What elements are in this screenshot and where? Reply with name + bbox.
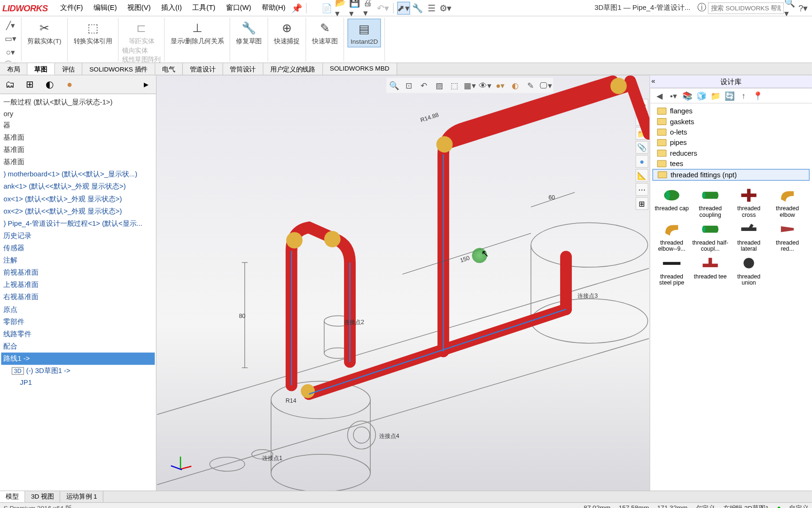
tree-item[interactable]: 路线1 -> — [1, 353, 155, 365]
tree-item[interactable]: 线路零件 — [1, 328, 155, 340]
menu-window[interactable]: 窗口(W) — [220, 1, 256, 15]
config-icon[interactable]: ⊞ — [22, 77, 37, 92]
tab-电气[interactable]: 电气 — [155, 63, 182, 75]
part-threaded-coupling[interactable]: threaded coupling — [692, 187, 728, 218]
menu-edit[interactable]: 编辑(E) — [88, 1, 122, 15]
tree-item[interactable]: 传感器 — [1, 242, 155, 254]
bottom-tab-模型[interactable]: 模型 — [0, 491, 25, 502]
folder-o-lets[interactable]: o-lets — [652, 127, 809, 137]
instant2d-button[interactable]: ▤Instant2D — [348, 19, 381, 48]
part-threaded-elbow--9...[interactable]: threaded elbow--9... — [654, 221, 690, 252]
folder-tees[interactable]: tees — [652, 159, 809, 169]
tree-item[interactable]: 配合 — [1, 340, 155, 352]
tree-item[interactable]: 基准面 — [1, 156, 155, 168]
part-threaded-red...[interactable]: threaded red... — [769, 221, 805, 252]
pin2-icon[interactable]: 📍 — [752, 90, 764, 102]
part-threaded-union[interactable]: threaded union — [731, 254, 767, 286]
rapid-sketch-button[interactable]: ✎快速草图 — [310, 19, 340, 47]
menu-file[interactable]: 文件(F) — [55, 1, 88, 15]
tree-item[interactable]: 前视基准面 — [1, 267, 155, 279]
part-threaded-lateral[interactable]: threaded lateral — [731, 221, 767, 252]
tab-用户定义的线路[interactable]: 用户定义的线路 — [263, 63, 323, 75]
tree-item[interactable]: JP1 — [1, 377, 155, 388]
toolbox-icon[interactable]: 🧊 — [695, 90, 707, 102]
tree-item[interactable]: 注解 — [1, 254, 155, 267]
appearance-icon[interactable]: ● — [62, 77, 77, 92]
circle-tool[interactable]: ○▾ — [3, 46, 17, 58]
bottom-tab-运动算例 1[interactable]: 运动算例 1 — [60, 491, 103, 502]
up-icon[interactable]: ↑ — [738, 90, 750, 102]
tree-item[interactable]: ank<1> (默认<<默认>_外观 显示状态>) — [1, 181, 155, 193]
rebuild-icon[interactable]: 🔧 — [411, 1, 424, 14]
refresh-icon[interactable]: 🔄 — [724, 90, 735, 102]
bottom-tab-3D 视图[interactable]: 3D 视图 — [25, 491, 60, 502]
open-icon[interactable]: 📂▾ — [335, 1, 347, 14]
tab-管筒设计[interactable]: 管筒设计 — [223, 63, 263, 75]
tree-item[interactable]: ox<2> (默认<<默认>_外观 显示状态>) — [1, 205, 155, 217]
tab-SOLIDWORKS MBD[interactable]: SOLIDWORKS MBD — [323, 63, 397, 75]
folder-flanges[interactable]: flanges — [652, 106, 809, 116]
question-icon[interactable]: ?▾ — [796, 1, 809, 14]
menu-view[interactable]: 视图(V) — [122, 1, 156, 15]
tree-item[interactable]: 上视基准面 — [1, 279, 155, 291]
folder-gaskets[interactable]: gaskets — [652, 116, 809, 127]
display-relations-button[interactable]: ⊥显示/删除几何关系 — [168, 19, 226, 47]
menu-insert[interactable]: 插入(I) — [156, 1, 187, 15]
tab-管道设计[interactable]: 管道设计 — [183, 63, 223, 75]
collapse-icon[interactable]: « — [651, 77, 655, 85]
settings-icon[interactable]: ⚙▾ — [439, 1, 452, 14]
tree-item[interactable]: 零部件 — [1, 316, 155, 328]
folder-threaded fittings (npt)[interactable]: threaded fittings (npt) — [652, 169, 809, 181]
part-threaded-cap[interactable]: threaded cap — [654, 187, 690, 218]
tree-item[interactable]: 右视基准面 — [1, 291, 155, 303]
tree-item[interactable]: ox<1> (默认<<默认>_外观 显示状态>) — [1, 193, 155, 205]
pin-icon[interactable]: 📌 — [291, 1, 304, 14]
folder-reducers[interactable]: reducers — [652, 148, 809, 158]
undo-icon[interactable]: ↶▾ — [376, 1, 389, 14]
tab-评估[interactable]: 评估 — [55, 63, 82, 75]
trim-button[interactable]: ✂剪裁实体(T) — [25, 19, 63, 47]
menu-tools[interactable]: 工具(T) — [187, 1, 220, 15]
help-icon[interactable]: ⓘ — [695, 1, 708, 14]
tree-item[interactable]: 器 — [1, 119, 155, 132]
quick-snap-button[interactable]: ⊕快速捕捉 — [272, 19, 302, 47]
tree-item[interactable]: 基准面 — [1, 132, 155, 144]
back-icon[interactable]: ◀ — [654, 90, 665, 102]
search-input[interactable] — [708, 2, 784, 14]
tree-item[interactable]: 3D(-) 3D草图1 -> — [1, 365, 155, 377]
lib-icon[interactable]: 📚 — [682, 90, 694, 102]
part-threaded-tee[interactable]: threaded tee — [692, 254, 728, 286]
tree-item[interactable]: 历史记录 — [1, 230, 155, 242]
tree-view-icon[interactable]: 🗂 — [2, 77, 17, 92]
save-icon[interactable]: 💾▾ — [349, 1, 361, 14]
options-icon[interactable]: ☰ — [425, 1, 437, 14]
fwd-icon[interactable]: •▾ — [668, 90, 679, 102]
tree-item[interactable]: ) motherboard<1> (默认<<默认>_显示状...) — [1, 168, 155, 181]
display-icon[interactable]: ◐ — [42, 77, 57, 92]
folder-icon[interactable]: 📁 — [710, 90, 721, 102]
tree-root[interactable]: 一般过程 (默认<默认_显示状态-1>) — [1, 96, 155, 109]
repair-button[interactable]: 🔧修复草图 — [234, 19, 264, 47]
search-icon[interactable]: 🔍▾ — [784, 1, 796, 14]
part-threaded-elbow[interactable]: threaded elbow — [769, 187, 805, 218]
tree-item[interactable]: ory — [1, 109, 155, 119]
rect-tool[interactable]: ▭▾ — [3, 32, 17, 45]
3d-viewport[interactable]: 🔍 ⊡ ↶ ▨ ⬚ ▦▾ 👁▾ ●▾ ◐ ✎ 🖵▾ 🏠 ⬚ 📁 📎 ● 📐 ⋯ … — [156, 75, 649, 491]
part-threaded-steel-pipe[interactable]: threaded steel pipe — [654, 254, 690, 286]
tree-item[interactable]: 原点 — [1, 303, 155, 316]
part-threaded-half-coupl...[interactable]: threaded half-coupl... — [692, 221, 728, 252]
folder-pipes[interactable]: pipes — [652, 137, 809, 148]
tab-SOLIDWORKS 插件[interactable]: SOLIDWORKS 插件 — [82, 63, 155, 75]
print-icon[interactable]: 🖨▾ — [362, 1, 375, 14]
line-tool[interactable]: ╱▾ — [3, 19, 17, 32]
part-threaded-cross[interactable]: threaded cross — [731, 187, 767, 218]
tree-item[interactable]: 基准面 — [1, 144, 155, 156]
select-icon[interactable]: ⬈▾ — [397, 1, 410, 14]
expand-icon[interactable]: ▸ — [139, 77, 154, 92]
tree-item[interactable]: ) Pipe_4-管道设计一般过程<1> (默认<显示... — [1, 217, 155, 230]
new-icon[interactable]: 📄 — [320, 1, 333, 14]
tab-草图[interactable]: 草图 — [27, 63, 55, 75]
menu-help[interactable]: 帮助(H) — [257, 1, 291, 15]
convert-button[interactable]: ⬚转换实体引用 — [71, 19, 115, 47]
tab-布局[interactable]: 布局 — [0, 63, 27, 75]
